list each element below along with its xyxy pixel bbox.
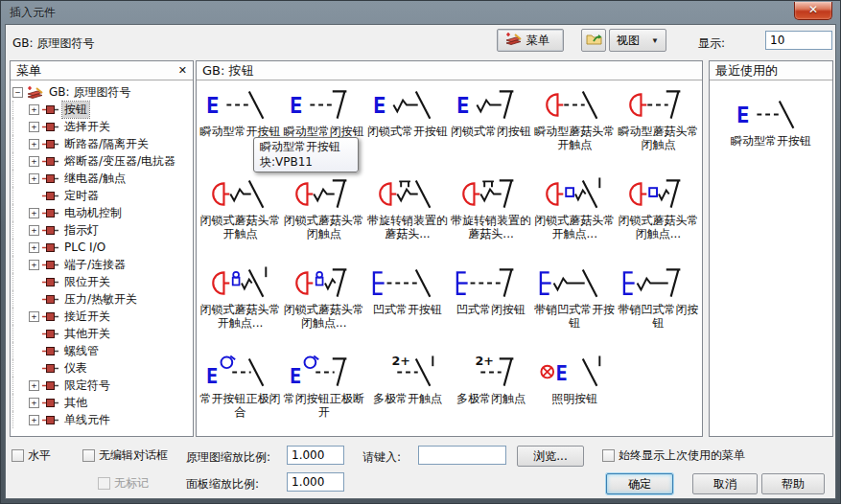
schematic-scale-label: 原理图缩放比例: <box>186 449 270 466</box>
symbol-cell[interactable]: 带旋转销装置的蘑菇头... <box>449 173 532 258</box>
symbol-cell[interactable]: 凹式常开按钮 <box>365 263 449 347</box>
expand-icon[interactable]: + <box>29 380 39 391</box>
menu-panel-close-icon[interactable]: ✕ <box>178 65 187 76</box>
menu-books-icon <box>504 32 523 50</box>
recent-symbol-label: 瞬动型常开按钮 <box>731 135 811 149</box>
tree-item[interactable]: 定时器 <box>12 187 191 204</box>
expand-icon[interactable]: + <box>29 173 39 184</box>
tree-item[interactable]: +其他 <box>12 394 191 411</box>
type-it-input[interactable] <box>418 446 506 465</box>
expand-icon[interactable]: + <box>29 311 39 322</box>
schematic-scale-input[interactable] <box>287 446 344 465</box>
tree-item-label: 其他开关 <box>62 326 112 342</box>
symbol-panel-title: GB: 按钮 <box>202 62 254 80</box>
tree-item[interactable]: 螺线管 <box>12 342 191 359</box>
symbol-label: 闭锁式蘑菇头常开触点... <box>199 304 282 331</box>
symbol-cell[interactable]: 2+多极常闭触点 <box>449 352 532 436</box>
symbol-cell[interactable]: 凹式常闭按钮 <box>449 263 532 347</box>
menu-button-label: 菜单 <box>526 33 549 49</box>
symbol-cell[interactable]: E常闭按钮正极断开 <box>282 352 365 436</box>
symbol-cell[interactable]: 闭锁式蘑菇头常闭触点... <box>617 173 700 258</box>
expand-icon[interactable]: + <box>29 139 39 149</box>
tree-item[interactable]: 限位开关 <box>12 273 191 290</box>
menu-button[interactable]: 菜单 <box>497 29 564 52</box>
svg-text:E: E <box>736 103 750 127</box>
svg-text:2+: 2+ <box>475 354 493 368</box>
tree-root[interactable]: −GB: 原理图符号 <box>12 83 191 101</box>
symbol-cell[interactable]: 瞬动型蘑菇头常开触点 <box>533 84 617 169</box>
symbol-cell[interactable]: 瞬动型蘑菇头常闭触点 <box>617 84 700 169</box>
tree-item[interactable]: 压力/热敏开关 <box>12 290 191 308</box>
tree-connector <box>12 152 26 170</box>
symbol-cell[interactable]: 闭锁式蘑菇头常闭触点 <box>282 173 365 258</box>
symbol-cell[interactable]: E照明按钮 <box>533 352 617 436</box>
tree-item[interactable]: 其他开关 <box>12 325 191 342</box>
tree-item[interactable]: +继电器/触点 <box>12 170 191 187</box>
tree-item[interactable]: +单线元件 <box>12 411 191 428</box>
no-edit-dialog-checkbox[interactable]: 无编辑对话框 <box>82 447 168 464</box>
expand-icon[interactable]: + <box>29 260 39 270</box>
symbol-glyph <box>371 175 444 214</box>
symbol-label: 闭锁式蘑菇头常闭触点... <box>617 215 700 241</box>
tree-item-label: 其他 <box>62 395 89 411</box>
tree-item[interactable]: +指示灯 <box>12 221 191 239</box>
symbol-glyph: 2+ <box>371 354 444 392</box>
tree-item[interactable]: +熔断器/变压器/电抗器 <box>12 152 191 170</box>
always-show-checkbox[interactable]: 始终显示上次使用的菜单 <box>602 447 745 464</box>
tree-item[interactable]: +电动机控制 <box>12 204 191 221</box>
menu-up-button[interactable] <box>581 29 606 52</box>
symbol-cell[interactable]: E闭锁式常开按钮 <box>365 84 449 169</box>
cancel-button[interactable]: 取消 <box>692 473 758 494</box>
menu-panel-header: 菜单 ✕ <box>11 61 193 80</box>
symbol-cell[interactable]: E常开按钮正极闭合 <box>199 352 282 436</box>
tree-item[interactable]: +断路器/隔离开关 <box>12 135 191 152</box>
panel-scale-input[interactable] <box>287 472 344 492</box>
help-button[interactable]: 帮助 <box>761 473 825 494</box>
symbol-glyph <box>538 264 611 303</box>
browse-button[interactable]: 浏览... <box>517 446 584 467</box>
symbol-cell[interactable]: 带销凹式常开按钮 <box>533 263 617 347</box>
symbol-cell[interactable]: 2+多极常开触点 <box>365 352 449 436</box>
checkbox-box[interactable] <box>12 449 24 462</box>
horizontal-checkbox[interactable]: 水平 <box>12 447 51 464</box>
expand-icon[interactable]: + <box>29 225 39 236</box>
view-dropdown[interactable]: 视图 ▼ <box>609 29 666 52</box>
expand-icon[interactable]: + <box>29 122 39 132</box>
window-close-button[interactable]: ✕ <box>794 2 832 20</box>
collapse-icon[interactable]: − <box>12 87 23 98</box>
svg-text:E: E <box>373 93 386 118</box>
component-icon <box>42 140 59 149</box>
symbol-cell[interactable]: 闭锁式蘑菇头常开触点... <box>533 173 617 258</box>
tree-item[interactable]: 仪表 <box>12 359 191 377</box>
symbol-glyph: E <box>204 354 277 392</box>
symbol-cell[interactable]: 带销凹式常闭按钮 <box>617 263 700 347</box>
symbol-cell[interactable]: 闭锁式蘑菇头常开触点 <box>199 173 282 258</box>
symbol-cell[interactable]: E闭锁式常闭按钮 <box>449 84 532 169</box>
window-title: 插入元件 <box>10 5 56 21</box>
tree-connector <box>12 187 26 204</box>
recent-symbol-cell[interactable]: E瞬动型常开按钮 <box>731 94 811 178</box>
ok-button[interactable]: 确定 <box>606 473 673 494</box>
expand-icon[interactable]: + <box>29 415 39 425</box>
checkbox-box[interactable] <box>82 449 95 462</box>
chevron-down-icon: ▼ <box>651 36 659 45</box>
expand-icon[interactable]: + <box>29 104 39 115</box>
expand-icon[interactable]: + <box>29 398 39 408</box>
checkbox-box[interactable] <box>602 449 615 462</box>
tree-item[interactable]: +端子/连接器 <box>12 256 191 273</box>
tree-connector <box>12 325 26 342</box>
symbol-cell[interactable]: 闭锁式蘑菇头常闭触点... <box>282 263 365 347</box>
expand-icon[interactable]: + <box>29 242 39 253</box>
expand-icon[interactable]: + <box>29 208 39 218</box>
tree-item[interactable]: +选择开关 <box>12 118 191 135</box>
title-bar[interactable]: 插入元件 ✕ <box>1 1 840 24</box>
tree-item[interactable]: +接近开关 <box>12 308 191 325</box>
tree-item[interactable]: +按钮 <box>12 101 191 118</box>
symbol-cell[interactable]: 闭锁式蘑菇头常开触点... <box>199 263 282 347</box>
symbol-label: 闭锁式蘑菇头常开触点 <box>199 215 282 241</box>
expand-icon[interactable]: + <box>29 156 39 167</box>
tree-item[interactable]: +PLC I/O <box>12 239 191 256</box>
tree-item[interactable]: +限定符号 <box>12 377 191 394</box>
display-count-input[interactable] <box>765 31 832 50</box>
symbol-cell[interactable]: 带旋转销装置的蘑菇头... <box>365 173 449 258</box>
